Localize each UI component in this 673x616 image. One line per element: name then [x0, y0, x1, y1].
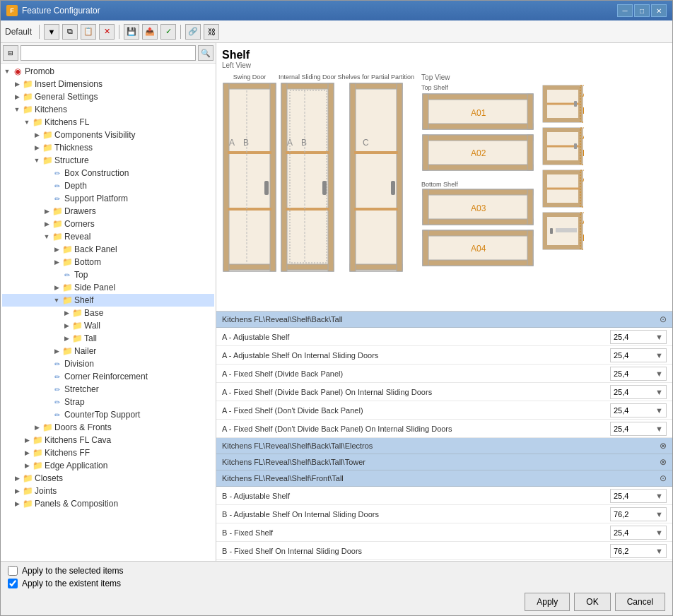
tree-item-thickness[interactable]: ▶ 📁 Thickness [2, 141, 214, 154]
tree-collapse-button[interactable]: ⊟ [3, 45, 18, 61]
expand-bottom[interactable]: ▶ [52, 257, 62, 267]
section-2-toggle[interactable]: ⊗ [660, 441, 667, 451]
row-1-4-value[interactable]: 25,4 ▼ [610, 385, 667, 399]
expand-kitchens-ff[interactable]: ▶ [22, 448, 32, 458]
tree-item-countertop-support[interactable]: ✏ CounterTop Support [2, 408, 214, 421]
tree-item-corner-reinforcement[interactable]: ✏ Corner Reinforcement [2, 370, 214, 383]
green-check-button[interactable]: ✓ [160, 24, 176, 40]
row-1-2-dropdown[interactable]: ▼ [655, 351, 663, 360]
apply-existent-label[interactable]: Apply to the existent items [22, 579, 121, 588]
delete-button[interactable]: ✕ [99, 24, 115, 40]
tree-item-kitchens[interactable]: ▼ 📁 Kitchens [2, 103, 214, 116]
section-header-1[interactable]: Kitchens FL\Reveal\Shelf\Back\Tall ⊙ [216, 312, 672, 328]
row-1-5-dropdown[interactable]: ▼ [655, 406, 663, 415]
tree-item-insert-dimensions[interactable]: ▶ 📁 Insert Dimensions [2, 78, 214, 90]
expand-joints[interactable]: ▶ [12, 486, 22, 496]
expand-general-settings[interactable]: ▶ [12, 92, 22, 102]
expand-corners[interactable]: ▶ [42, 219, 52, 229]
apply-selected-checkbox[interactable] [8, 566, 18, 576]
tree-item-wall[interactable]: ▶ 📁 Wall [2, 319, 214, 332]
link-button[interactable]: 🔗 [185, 24, 201, 40]
row-4-1-dropdown[interactable]: ▼ [655, 492, 663, 500]
expand-back-panel[interactable]: ▶ [52, 244, 62, 254]
arrow-down-button[interactable]: ▼ [44, 24, 59, 40]
expand-reveal[interactable]: ▼ [42, 232, 52, 242]
tree-search-input[interactable] [21, 45, 196, 61]
expand-thickness[interactable]: ▶ [32, 143, 42, 153]
section-3-toggle[interactable]: ⊗ [660, 457, 667, 467]
tree-item-joints[interactable]: ▶ 📁 Joints [2, 485, 214, 497]
row-1-3-value[interactable]: 25,4 ▼ [610, 367, 667, 381]
tree-item-kitchens-fl[interactable]: ▼ 📁 Kitchens FL [2, 116, 214, 129]
apply-existent-checkbox[interactable] [8, 579, 18, 588]
row-1-2-value[interactable]: 25,4 ▼ [610, 348, 667, 362]
section-4-toggle[interactable]: ⊙ [660, 473, 667, 483]
copy-button[interactable]: ⧉ [62, 24, 78, 40]
apply-selected-label[interactable]: Apply to the selected items [22, 566, 123, 576]
row-1-4-dropdown[interactable]: ▼ [655, 388, 663, 396]
expand-doors-fronts[interactable]: ▶ [32, 422, 42, 432]
expand-panels-composition[interactable]: ▶ [12, 499, 22, 509]
tree-item-support-platform[interactable]: ✏ Support Platform [2, 192, 214, 205]
expand-base[interactable]: ▶ [62, 308, 71, 318]
row-4-4-value[interactable]: 76,2 ▼ [610, 544, 667, 558]
tree-item-panels-composition[interactable]: ▶ 📁 Panels & Composition [2, 497, 214, 510]
expand-kitchens[interactable]: ▼ [12, 105, 22, 114]
tree-item-structure[interactable]: ▼ 📁 Structure [2, 154, 214, 167]
row-4-3-value[interactable]: 25,4 ▼ [610, 526, 667, 540]
expand-drawers[interactable]: ▶ [42, 206, 52, 216]
section-1-toggle[interactable]: ⊙ [660, 314, 667, 324]
tree-item-top[interactable]: ✏ Top [2, 268, 214, 281]
expand-components-visibility[interactable]: ▶ [32, 130, 42, 140]
tree-item-box-construction[interactable]: ✏ Box Construction [2, 167, 214, 179]
section-header-3[interactable]: Kitchens FL\Reveal\Shelf\Back\Tall\Tower… [216, 454, 672, 470]
tree-item-stretcher[interactable]: ✏ Stretcher [2, 383, 214, 396]
tree-item-promob[interactable]: ▼ ◉ Promob [2, 65, 214, 78]
chain-button[interactable]: ⛓ [204, 24, 219, 40]
row-1-6-value[interactable]: 25,4 ▼ [610, 422, 667, 436]
tree-item-base[interactable]: ▶ 📁 Base [2, 307, 214, 319]
paste-button[interactable]: 📋 [81, 24, 96, 40]
tree-item-depth[interactable]: ✏ Depth [2, 179, 214, 192]
tree-item-side-panel[interactable]: ▶ 📁 Side Panel [2, 281, 214, 294]
expand-side-panel[interactable]: ▶ [52, 283, 62, 292]
tree-item-kitchens-ff[interactable]: ▶ 📁 Kitchens FF [2, 446, 214, 459]
row-4-1-value[interactable]: 25,4 ▼ [610, 489, 667, 503]
tree-item-components-visibility[interactable]: ▶ 📁 Components Visibility [2, 129, 214, 141]
tree-item-reveal[interactable]: ▼ 📁 Reveal [2, 230, 214, 243]
ok-button[interactable]: OK [574, 593, 610, 611]
section-header-4[interactable]: Kitchens FL\Reveal\Shelf\Front\Tall ⊙ [216, 470, 672, 487]
tree-item-edge-application[interactable]: ▶ 📁 Edge Application [2, 459, 214, 472]
row-1-3-dropdown[interactable]: ▼ [655, 369, 663, 378]
tree-item-kitchens-fl-cava[interactable]: ▶ 📁 Kitchens FL Cava [2, 434, 214, 446]
tree-item-drawers[interactable]: ▶ 📁 Drawers [2, 205, 214, 218]
row-4-3-dropdown[interactable]: ▼ [655, 528, 663, 537]
row-4-2-dropdown[interactable]: ▼ [655, 510, 663, 519]
tree-item-general-settings[interactable]: ▶ 📁 General Settings [2, 90, 214, 103]
tree-item-doors-fronts[interactable]: ▶ 📁 Doors & Fronts [2, 421, 214, 434]
tree-item-bottom[interactable]: ▶ 📁 Bottom [2, 256, 214, 268]
expand-edge-application[interactable]: ▶ [22, 461, 32, 470]
apply-button[interactable]: Apply [525, 593, 570, 611]
tree-item-back-panel[interactable]: ▶ 📁 Back Panel [2, 243, 214, 256]
expand-shelf[interactable]: ▼ [52, 295, 62, 305]
expand-wall[interactable]: ▶ [62, 321, 71, 331]
tree-item-division[interactable]: ✏ Division [2, 357, 214, 370]
row-4-4-dropdown[interactable]: ▼ [655, 547, 663, 555]
tree-item-corners[interactable]: ▶ 📁 Corners [2, 218, 214, 230]
save-button[interactable]: 💾 [124, 24, 139, 40]
maximize-button[interactable]: □ [634, 4, 650, 17]
tree-item-strap[interactable]: ✏ Strap [2, 396, 214, 408]
tree-item-shelf[interactable]: ▼ 📁 Shelf [2, 294, 214, 307]
minimize-button[interactable]: ─ [617, 4, 633, 17]
expand-nailer[interactable]: ▶ [52, 346, 62, 356]
tree-search-button[interactable]: 🔍 [198, 45, 213, 61]
expand-kitchens-fl[interactable]: ▼ [22, 117, 32, 127]
row-4-2-value[interactable]: 76,2 ▼ [610, 507, 667, 521]
close-button[interactable]: ✕ [651, 4, 667, 17]
expand-kitchens-fl-cava[interactable]: ▶ [22, 435, 32, 445]
cancel-button[interactable]: Cancel [615, 593, 665, 611]
row-1-1-value[interactable]: 25,4 ▼ [610, 330, 667, 344]
expand-closets[interactable]: ▶ [12, 473, 22, 483]
expand-tall[interactable]: ▶ [62, 333, 71, 343]
